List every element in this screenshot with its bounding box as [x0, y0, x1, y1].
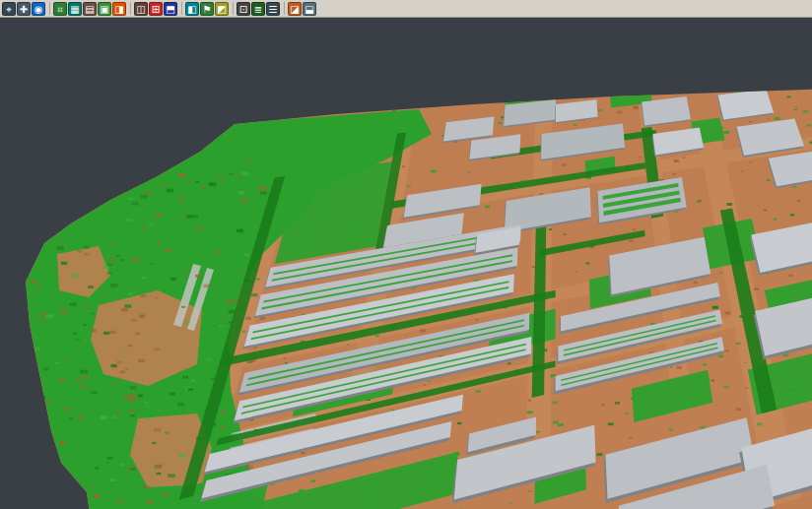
shapes-icon[interactable]: ◩	[215, 2, 229, 16]
classification-icon[interactable]: ▣	[98, 2, 111, 16]
toolbar-separator	[130, 2, 131, 15]
orbit-icon[interactable]: ◉	[32, 2, 45, 16]
photogrammetry-app-window: ⌖✚◉⌗▦▤▣◨◫⊞⬒◧⚑◩⊡≣☰◪⬓	[0, 0, 812, 509]
screenshot-icon[interactable]: ⬓	[303, 2, 316, 16]
settings-icon[interactable]: ◪	[288, 2, 302, 16]
camera-icon[interactable]: ⊡	[237, 2, 250, 16]
3d-model-viewport[interactable]	[0, 0, 812, 509]
measure-icon[interactable]: ⊞	[149, 2, 163, 16]
texture-icon[interactable]: ▤	[83, 2, 97, 16]
profile-icon[interactable]: ◧	[185, 2, 199, 16]
markers-icon[interactable]: ⚑	[200, 2, 214, 16]
toolbar-separator	[233, 2, 234, 15]
select-icon[interactable]: ⌖	[2, 2, 16, 16]
pan-icon[interactable]: ✚	[17, 2, 31, 16]
volume-icon[interactable]: ⬒	[164, 2, 177, 16]
dem-icon[interactable]: ◨	[112, 2, 126, 16]
grid-icon[interactable]: ≣	[251, 2, 265, 16]
toolbar-separator	[181, 2, 182, 15]
orthomosaic-icon[interactable]: ◫	[134, 2, 148, 16]
classified-pointcloud-scene	[0, 0, 812, 509]
point-cloud-icon[interactable]: ⌗	[53, 2, 67, 16]
mesh-icon[interactable]: ▦	[68, 2, 82, 16]
toolbar-separator	[284, 2, 285, 15]
main-toolbar: ⌖✚◉⌗▦▤▣◨◫⊞⬒◧⚑◩⊡≣☰◪⬓	[0, 0, 812, 18]
toolbar-separator	[49, 2, 50, 15]
layers-icon[interactable]: ☰	[266, 2, 280, 16]
